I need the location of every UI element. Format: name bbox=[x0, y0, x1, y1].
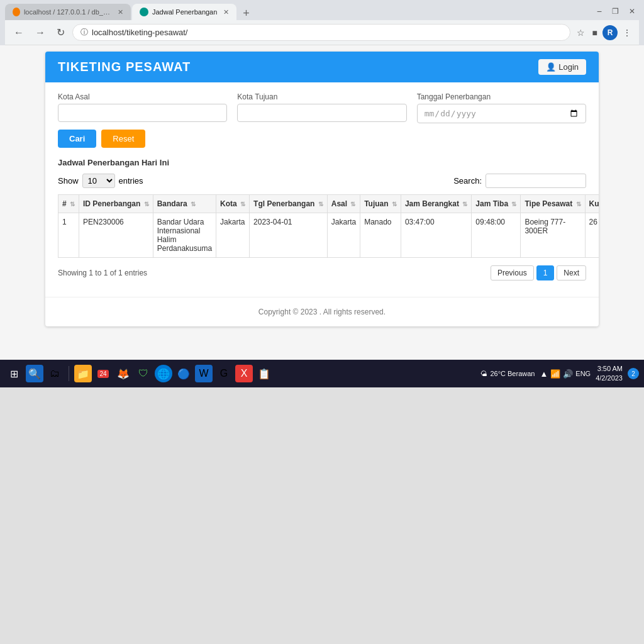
taskbar-clock: 3:50 AM 4/2/2023 bbox=[596, 364, 623, 384]
minimize-button[interactable]: − bbox=[593, 5, 606, 18]
weather-icon: 🌤 bbox=[480, 370, 487, 377]
table-cell: Bandar Udara Internasional Halim Perdana… bbox=[153, 213, 216, 258]
taskbar-icon-search[interactable]: 🔍 bbox=[26, 365, 43, 382]
taskbar-icon-app3[interactable]: 📋 bbox=[255, 365, 273, 382]
tab-2-close[interactable]: ✕ bbox=[223, 8, 229, 16]
search-form: Kota Asal Kota Tujuan Tanggal Penerbanga… bbox=[58, 92, 586, 148]
app-footer: Copyright © 2023 . All rights reserved. bbox=[45, 297, 599, 326]
tanggal-input[interactable] bbox=[417, 104, 586, 123]
back-button[interactable]: ← bbox=[10, 26, 28, 40]
taskbar-right: 🌤 26°C Berawan ▲ 📶 🔊 ENG 3:50 AM 4/2/202… bbox=[480, 364, 639, 384]
app-header: TIKETING PESAWAT 👤 Login bbox=[45, 52, 599, 82]
table-cell: Manado bbox=[360, 213, 401, 258]
browser-tabs: localhost / 127.0.0.1 / db_tiketin... ✕ … bbox=[5, 4, 639, 20]
col-bandara: Bandara ⇅ bbox=[153, 195, 216, 213]
kota-tujuan-group: Kota Tujuan bbox=[237, 92, 406, 123]
tab-2-label: Jadwal Penerbangan bbox=[152, 8, 217, 16]
table-cell: PEN230006 bbox=[79, 213, 153, 258]
volume-icon[interactable]: 🔊 bbox=[563, 369, 573, 379]
tanggal-label: Tanggal Penerbangan bbox=[417, 92, 586, 101]
reload-button[interactable]: ↻ bbox=[53, 25, 69, 40]
browser-chrome: localhost / 127.0.0.1 / db_tiketin... ✕ … bbox=[0, 0, 644, 45]
cari-button[interactable]: Cari bbox=[58, 130, 96, 148]
table-row: 1PEN230006Bandar Udara Internasional Hal… bbox=[58, 213, 599, 258]
table-cell: Jakarta bbox=[327, 213, 360, 258]
table-cell: 03:47:00 bbox=[401, 213, 471, 258]
login-button[interactable]: 👤 Login bbox=[538, 59, 586, 75]
bookmark-button[interactable]: ☆ bbox=[574, 25, 587, 40]
profile-button[interactable]: R bbox=[602, 25, 618, 40]
table-cell: Jakarta bbox=[216, 213, 250, 258]
taskbar-icon-24[interactable]: 24 bbox=[94, 365, 112, 382]
restore-button[interactable]: ❐ bbox=[608, 5, 623, 18]
col-jam-tiba: Jam Tiba ⇅ bbox=[472, 195, 521, 213]
taskbar-icon-app2[interactable]: X bbox=[235, 365, 253, 382]
network-icon[interactable]: ▲ bbox=[540, 369, 548, 379]
forward-button[interactable]: → bbox=[31, 26, 49, 40]
copyright-text: Copyright © 2023 . All rights reserved. bbox=[258, 308, 386, 316]
taskbar-icon-task[interactable]: 🗂 bbox=[46, 365, 64, 382]
table-cell: 2023-04-01 bbox=[250, 213, 328, 258]
table-header-row: # ⇅ ID Penerbangan ⇅ Bandara ⇅ Kota ⇅ Tg… bbox=[58, 195, 599, 213]
search-box: Search: bbox=[453, 174, 586, 188]
flights-table: # ⇅ ID Penerbangan ⇅ Bandara ⇅ Kota ⇅ Tg… bbox=[58, 194, 599, 258]
taskbar: ⊞ 🔍 🗂 📁 24 🦊 🛡 🌐 🔵 W G X 📋 🌤 26°C Berawa… bbox=[0, 360, 644, 387]
col-kota: Kota ⇅ bbox=[216, 195, 250, 213]
table-cell: 09:48:00 bbox=[472, 213, 521, 258]
notification-count: 2 bbox=[631, 370, 635, 377]
taskbar-icon-chrome[interactable]: 🔵 bbox=[175, 365, 192, 382]
entries-label: entries bbox=[119, 176, 143, 186]
tab-2[interactable]: Jadwal Penerbangan ✕ bbox=[132, 4, 236, 20]
entries-select[interactable]: 10 25 50 100 bbox=[82, 174, 115, 188]
weather-text: 26°C Berawan bbox=[490, 370, 535, 377]
show-label: Show bbox=[58, 176, 79, 186]
taskbar-icon-files[interactable]: 📁 bbox=[74, 365, 92, 382]
taskbar-icon-word[interactable]: W bbox=[195, 365, 213, 382]
col-tgl: Tgl Penerbangan ⇅ bbox=[250, 195, 328, 213]
tab-1-close[interactable]: ✕ bbox=[118, 8, 123, 16]
col-no: # ⇅ bbox=[58, 195, 79, 213]
taskbar-separator bbox=[69, 366, 69, 381]
weather-info: 🌤 26°C Berawan bbox=[480, 370, 535, 377]
table-section: Jadwal Penerbangan Hari Ini Show 10 25 5… bbox=[58, 158, 586, 280]
next-button[interactable]: Next bbox=[557, 265, 586, 280]
taskbar-icon-norton[interactable]: 🛡 bbox=[135, 365, 152, 382]
table-search-input[interactable] bbox=[486, 174, 586, 188]
app-title: TIKETING PESAWAT bbox=[58, 60, 191, 74]
kota-asal-input[interactable] bbox=[58, 104, 227, 122]
pagination: Previous 1 Next bbox=[491, 265, 586, 280]
show-entries: Show 10 25 50 100 entries bbox=[58, 174, 143, 188]
system-tray: ▲ 📶 🔊 ENG bbox=[540, 369, 591, 379]
search-buttons: Cari Reset bbox=[58, 130, 586, 148]
taskbar-icon-edge[interactable]: 🌐 bbox=[155, 365, 172, 382]
tanggal-group: Tanggal Penerbangan bbox=[417, 92, 586, 123]
page-1-button[interactable]: 1 bbox=[536, 265, 555, 280]
address-bar[interactable]: ⓘ localhost/tiketing-pesawat/ bbox=[72, 24, 570, 41]
table-footer: Showing 1 to 1 of 1 entries Previous 1 N… bbox=[58, 265, 586, 280]
login-label: Login bbox=[558, 62, 579, 72]
col-ekonomi: Kursi Ekonomi ⇅ bbox=[585, 195, 599, 213]
address-text: localhost/tiketing-pesawat/ bbox=[92, 28, 562, 37]
col-tipe: Tipe Pesawat ⇅ bbox=[521, 195, 585, 213]
start-button[interactable]: ⊞ bbox=[5, 365, 23, 382]
table-cell: Boeing 777-300ER bbox=[521, 213, 585, 258]
reset-button[interactable]: Reset bbox=[101, 130, 145, 148]
form-row-1: Kota Asal Kota Tujuan Tanggal Penerbanga… bbox=[58, 92, 586, 123]
extensions-button[interactable]: ■ bbox=[590, 25, 600, 40]
notification-badge[interactable]: 2 bbox=[628, 368, 639, 379]
tab-favicon-1 bbox=[13, 8, 20, 16]
close-button[interactable]: ✕ bbox=[625, 5, 639, 18]
menu-button[interactable]: ⋮ bbox=[620, 25, 634, 40]
wifi-icon[interactable]: 📶 bbox=[550, 369, 560, 379]
kota-tujuan-label: Kota Tujuan bbox=[237, 92, 406, 101]
time-text: 3:50 AM bbox=[596, 364, 623, 374]
prev-button[interactable]: Previous bbox=[491, 265, 534, 280]
tab-1-label: localhost / 127.0.0.1 / db_tiketin... bbox=[24, 8, 111, 16]
language-text: ENG bbox=[575, 370, 591, 377]
taskbar-icon-google[interactable]: G bbox=[215, 365, 233, 382]
taskbar-icon-app1[interactable]: 🦊 bbox=[114, 365, 132, 382]
new-tab-button[interactable]: + bbox=[238, 7, 255, 20]
tab-1[interactable]: localhost / 127.0.0.1 / db_tiketin... ✕ bbox=[5, 4, 131, 20]
kota-tujuan-input[interactable] bbox=[237, 104, 406, 122]
toolbar-actions: ☆ ■ R ⋮ bbox=[574, 25, 634, 40]
